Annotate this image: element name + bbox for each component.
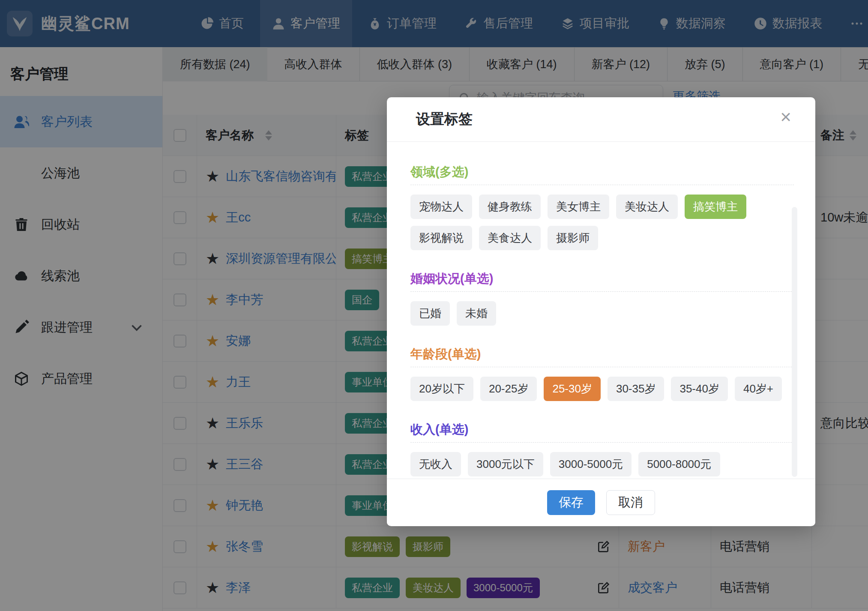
tag-option[interactable]: 宠物达人 xyxy=(410,195,472,219)
tag-option[interactable]: 无收入 xyxy=(410,452,461,476)
tag-option[interactable]: 3000-5000元 xyxy=(550,452,632,476)
tag-option[interactable]: 已婚 xyxy=(410,301,450,326)
tag-options: 20岁以下 20-25岁 25-30岁 30-35岁 35-40岁 40岁+ xyxy=(410,377,794,401)
modal-header: 设置标签 xyxy=(387,97,815,142)
modal-scrollbar[interactable] xyxy=(792,207,797,477)
tag-section-title: 婚姻状况(单选) xyxy=(410,270,794,287)
tag-option[interactable]: 搞笑博主 xyxy=(685,195,746,219)
tag-option[interactable]: 摄影师 xyxy=(548,226,598,250)
tag-sections: 领域(多选) 宠物达人 健身教练 美女博主 美妆达人 搞笑博主 xyxy=(387,142,815,479)
tag-option[interactable]: 35-40岁 xyxy=(671,377,728,401)
tag-option[interactable]: 25-30岁 xyxy=(544,377,601,401)
tag-section-title: 收入(单选) xyxy=(410,421,794,438)
close-icon[interactable] xyxy=(780,108,791,126)
tag-options: 宠物达人 健身教练 美女博主 美妆达人 搞笑博主 影视解说 美食达人 xyxy=(410,195,794,250)
tag-section: 婚姻状况(单选) 已婚 未婚 xyxy=(410,270,794,326)
tag-option[interactable]: 20岁以下 xyxy=(410,377,473,401)
tag-options: 已婚 未婚 xyxy=(410,301,794,326)
tag-options: 无收入 3000元以下 3000-5000元 5000-8000元 8000-1… xyxy=(410,452,794,479)
section-divider xyxy=(410,442,794,443)
tag-option[interactable]: 健身教练 xyxy=(479,195,541,219)
tag-section-title: 年龄段(单选) xyxy=(410,345,794,362)
modal-body: 领域(多选) 宠物达人 健身教练 美女博主 美妆达人 搞笑博主 xyxy=(387,142,815,479)
section-divider xyxy=(410,291,794,292)
tag-option[interactable]: 美食达人 xyxy=(479,226,541,250)
tag-option[interactable]: 40岁+ xyxy=(735,377,782,401)
modal-title: 设置标签 xyxy=(416,110,473,129)
tag-section: 收入(单选) 无收入 3000元以下 3000-5000元 5000-8000元 xyxy=(410,421,794,479)
section-divider xyxy=(410,185,794,185)
modal-footer: 保存 取消 xyxy=(387,479,815,526)
set-tags-modal: 设置标签 领域(多选) 宠物达人 健身教练 美女博主 xyxy=(387,97,815,526)
tag-option[interactable]: 30-35岁 xyxy=(608,377,664,401)
tag-option[interactable]: 美妆达人 xyxy=(616,195,678,219)
tag-option[interactable]: 美女博主 xyxy=(548,195,609,219)
save-button[interactable]: 保存 xyxy=(547,490,595,515)
tag-option[interactable]: 5000-8000元 xyxy=(638,452,720,476)
tag-section: 年龄段(单选) 20岁以下 20-25岁 25-30岁 30-35岁 xyxy=(410,345,794,401)
tag-option[interactable]: 影视解说 xyxy=(410,226,472,250)
tag-option[interactable]: 3000元以下 xyxy=(468,452,543,476)
tag-option[interactable]: 20-25岁 xyxy=(480,377,537,401)
tag-option[interactable]: 未婚 xyxy=(457,301,496,326)
tag-section-title: 领域(多选) xyxy=(410,163,794,180)
section-divider xyxy=(410,367,794,367)
tag-section: 领域(多选) 宠物达人 健身教练 美女博主 美妆达人 搞笑博主 xyxy=(410,163,794,250)
cancel-button[interactable]: 取消 xyxy=(606,490,655,515)
